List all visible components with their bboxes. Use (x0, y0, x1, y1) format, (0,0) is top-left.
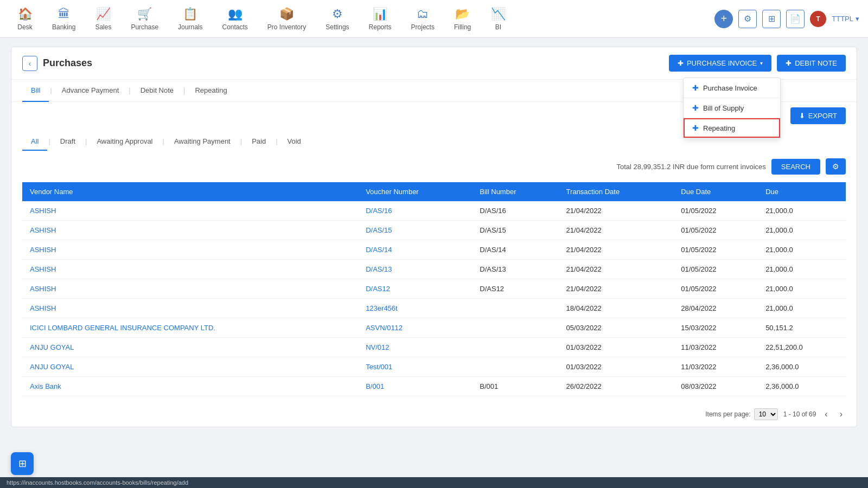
nav-label-sales: Sales (95, 23, 111, 31)
cell-vendor: ANJU GOYAL (22, 357, 358, 377)
prev-page-button[interactable]: ‹ (821, 408, 831, 420)
nav-item-settings[interactable]: ⚙ Settings (317, 3, 358, 35)
cell-vendor: ANJU GOYAL (22, 338, 358, 357)
back-button[interactable]: ‹ (22, 56, 37, 71)
page-info: 1 - 10 of 69 (783, 410, 816, 418)
dropdown-item-bill-of-supply[interactable]: ✚ Bill of Supply (684, 98, 780, 118)
purchase-invoice-button[interactable]: ✚ PURCHASE INVOICE ▾ (669, 55, 771, 72)
cell-voucher: D/AS12 (358, 279, 472, 299)
table-row[interactable]: ASHISH D/AS/15 D/AS/15 21/04/2022 01/05/… (22, 221, 846, 240)
table-row[interactable]: ICICI LOMBARD GENERAL INSURANCE COMPANY … (22, 318, 846, 338)
col-voucher-number: Voucher Number (358, 182, 472, 201)
nav-label-pro-inventory: Pro Inventory (267, 23, 306, 31)
filter-tab-awaiting-approval[interactable]: Awaiting Approval (88, 133, 161, 151)
cell-bill: D/AS/14 (472, 240, 558, 260)
banking-icon: 🏛 (58, 7, 70, 21)
tab-bill[interactable]: Bill (22, 80, 49, 102)
cell-voucher: ASVN/0112 (358, 318, 472, 338)
circle-plus-icon: ✚ (692, 84, 699, 92)
dropdown-item-purchase-invoice[interactable]: ✚ Purchase Invoice (684, 78, 780, 98)
cell-due: 21,000.0 (758, 260, 846, 279)
nav-item-sales[interactable]: 📈 Sales (86, 3, 120, 35)
top-navigation: 🏠 Desk 🏛 Banking 📈 Sales 🛒 Purchase 📋 Jo… (0, 0, 868, 38)
table-row[interactable]: ASHISH D/AS/14 D/AS/14 21/04/2022 01/05/… (22, 240, 846, 260)
journals-icon: 📋 (183, 7, 197, 21)
company-name[interactable]: TTTPL ▾ (832, 15, 859, 23)
filter-tab-draft[interactable]: Draft (52, 133, 84, 151)
nav-item-pro-inventory[interactable]: 📦 Pro Inventory (259, 3, 315, 35)
cell-due-date: 01/05/2022 (673, 201, 758, 221)
nav-item-journals[interactable]: 📋 Journals (169, 3, 211, 35)
add-button[interactable]: + (714, 10, 733, 28)
cell-due-date: 01/05/2022 (673, 260, 758, 279)
filter-tab-awaiting-payment[interactable]: Awaiting Payment (165, 133, 239, 151)
main-card: ‹ Purchases ✚ PURCHASE INVOICE ▾ ✚ Purch… (11, 47, 857, 427)
circle-plus-icon-3: ✚ (692, 124, 699, 132)
items-per-page-select[interactable]: 10 25 50 (754, 408, 778, 420)
col-due-date: Due Date (673, 182, 758, 201)
nav-item-desk[interactable]: 🏠 Desk (9, 3, 41, 35)
filter-tab-paid[interactable]: Paid (243, 133, 275, 151)
tab-advance-payment[interactable]: Advance Payment (53, 80, 128, 102)
table-row[interactable]: ASHISH 123er456t 18/04/2022 28/04/2022 2… (22, 299, 846, 318)
page-title: Purchases (43, 57, 92, 69)
items-per-page-label: Items per page: (705, 410, 750, 418)
invoices-table: Vendor Name Voucher Number Bill Number T… (22, 182, 846, 396)
export-button[interactable]: ⬇ EXPORT (790, 107, 846, 124)
nav-item-purchase[interactable]: 🛒 Purchase (122, 3, 167, 35)
nav-label-reports: Reports (369, 23, 392, 31)
cell-transaction-date: 21/04/2022 (559, 260, 674, 279)
user-avatar[interactable]: T (810, 11, 826, 27)
cell-voucher: Test/001 (358, 357, 472, 377)
nav-item-projects[interactable]: 🗂 Projects (403, 3, 443, 35)
cell-due: 21,000.0 (758, 240, 846, 260)
purchase-invoice-dropdown: ✚ Purchase Invoice ✚ Bill of Supply ✚ Re… (683, 78, 781, 138)
grid-view-button[interactable]: ⊞ (762, 10, 781, 28)
settings-icon: ⚙ (332, 7, 343, 21)
dropdown-item-repeating[interactable]: ✚ Repeating (684, 118, 780, 138)
debit-note-button[interactable]: ✚ DEBIT NOTE (777, 55, 846, 72)
cell-vendor: ASHISH (22, 279, 358, 299)
cell-voucher: D/AS/15 (358, 221, 472, 240)
table-row[interactable]: Axis Bank B/001 B/001 26/02/2022 08/03/2… (22, 377, 846, 396)
cell-voucher: B/001 (358, 377, 472, 396)
col-vendor-name: Vendor Name (22, 182, 358, 201)
nav-item-contacts[interactable]: 👥 Contacts (213, 3, 256, 35)
plus-icon-debit: ✚ (786, 59, 792, 67)
table-body: ASHISH D/AS/16 D/AS/16 21/04/2022 01/05/… (22, 201, 846, 396)
document-button[interactable]: 📄 (786, 10, 805, 28)
nav-item-reports[interactable]: 📊 Reports (360, 3, 400, 35)
cell-due-date: 01/05/2022 (673, 221, 758, 240)
table-row[interactable]: ANJU GOYAL Test/001 01/03/2022 11/03/202… (22, 357, 846, 377)
nav-item-banking[interactable]: 🏛 Banking (43, 3, 84, 35)
table-header-row: Vendor Name Voucher Number Bill Number T… (22, 182, 846, 201)
nav-label-bi: BI (495, 23, 501, 31)
tab-repeating[interactable]: Repeating (186, 80, 235, 102)
cell-vendor: Axis Bank (22, 377, 358, 396)
settings-gear-button[interactable]: ⚙ (738, 10, 757, 28)
cell-bill: B/001 (472, 377, 558, 396)
next-page-button[interactable]: › (837, 408, 846, 420)
table-row[interactable]: ASHISH D/AS/16 D/AS/16 21/04/2022 01/05/… (22, 201, 846, 221)
cell-bill (472, 299, 558, 318)
cell-transaction-date: 21/04/2022 (559, 201, 674, 221)
summary-row: Total 28,99,351.2 INR due form current i… (11, 151, 857, 182)
table-row[interactable]: ASHISH D/AS/13 D/AS/13 21/04/2022 01/05/… (22, 260, 846, 279)
search-button[interactable]: SEARCH (771, 159, 820, 175)
nav-label-banking: Banking (52, 23, 75, 31)
cell-transaction-date: 05/03/2022 (559, 318, 674, 338)
table-settings-button[interactable]: ⚙ (826, 158, 846, 175)
cell-bill (472, 318, 558, 338)
cell-vendor: ASHISH (22, 240, 358, 260)
cell-transaction-date: 18/04/2022 (559, 299, 674, 318)
nav-item-bi[interactable]: 📉 BI (482, 3, 514, 35)
filter-tab-all[interactable]: All (22, 133, 47, 151)
sales-icon: 📈 (96, 7, 111, 21)
table-row[interactable]: ANJU GOYAL NV/012 01/03/2022 11/03/2022 … (22, 338, 846, 357)
nav-item-filling[interactable]: 📂 Filling (445, 3, 480, 35)
table-row[interactable]: ASHISH D/AS12 D/AS12 21/04/2022 01/05/20… (22, 279, 846, 299)
filter-tab-void[interactable]: Void (279, 133, 310, 151)
tab-debit-note[interactable]: Debit Note (132, 80, 182, 102)
nav-label-purchase: Purchase (131, 23, 158, 31)
nav-label-desk: Desk (17, 23, 32, 31)
